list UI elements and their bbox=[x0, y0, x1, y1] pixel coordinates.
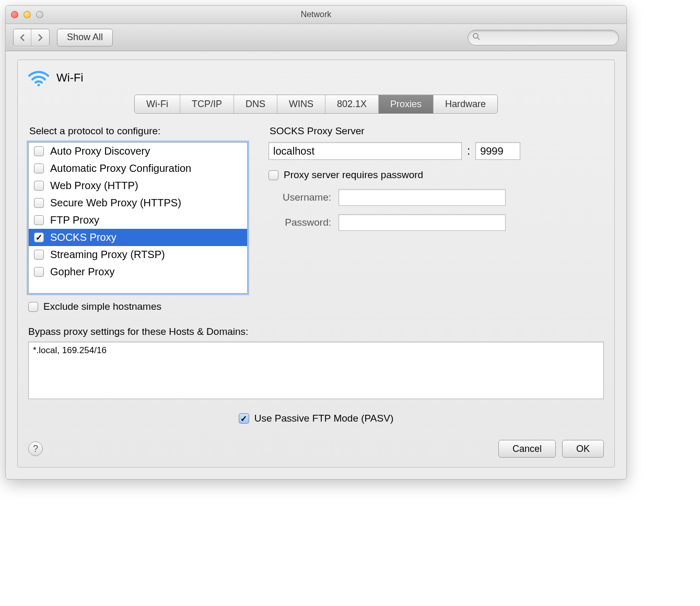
protocol-label: SOCKS Proxy bbox=[50, 231, 116, 243]
toolbar: Show All bbox=[6, 24, 626, 51]
protocol-checkbox[interactable] bbox=[34, 181, 44, 191]
footer: ? Cancel OK bbox=[28, 440, 604, 458]
protocol-row[interactable]: Secure Web Proxy (HTTPS) bbox=[29, 194, 247, 212]
sheet: Wi-Fi Wi-FiTCP/IPDNSWINS802.1XProxiesHar… bbox=[17, 60, 615, 468]
pasv-checkbox[interactable] bbox=[239, 413, 249, 424]
protocol-checkbox[interactable] bbox=[34, 146, 44, 156]
protocol-row[interactable]: SOCKS Proxy bbox=[29, 229, 247, 246]
protocol-column: Select a protocol to configure: Auto Pro… bbox=[28, 123, 248, 312]
username-input[interactable] bbox=[339, 189, 506, 206]
protocol-checkbox[interactable] bbox=[34, 198, 44, 208]
columns: Select a protocol to configure: Auto Pro… bbox=[28, 123, 604, 312]
pasv-label: Use Passive FTP Mode (PASV) bbox=[254, 413, 393, 424]
host-port-row: : bbox=[269, 142, 604, 160]
protocol-checkbox[interactable] bbox=[34, 267, 44, 277]
server-column: SOCKS Proxy Server : Proxy server requir… bbox=[269, 123, 604, 312]
search-input[interactable] bbox=[468, 30, 619, 45]
exclude-label: Exclude simple hostnames bbox=[43, 301, 161, 312]
titlebar[interactable]: Network bbox=[6, 6, 626, 24]
password-label: Password: bbox=[269, 217, 331, 228]
requires-password-row[interactable]: Proxy server requires password bbox=[269, 169, 604, 181]
pasv-row[interactable]: Use Passive FTP Mode (PASV) bbox=[28, 413, 604, 424]
exclude-row[interactable]: Exclude simple hostnames bbox=[28, 301, 248, 312]
username-row: Username: bbox=[269, 189, 604, 206]
preferences-window: Network Show All Wi-Fi bbox=[5, 5, 627, 480]
protocol-label: Automatic Proxy Configuration bbox=[50, 162, 191, 174]
nav-back-forward bbox=[13, 29, 50, 46]
protocol-row[interactable]: Auto Proxy Discovery bbox=[29, 143, 247, 160]
svg-line-1 bbox=[477, 38, 480, 40]
wifi-icon bbox=[28, 69, 49, 86]
proxy-port-input[interactable] bbox=[475, 142, 520, 160]
tab-dns[interactable]: DNS bbox=[234, 95, 277, 113]
show-all-button[interactable]: Show All bbox=[57, 29, 113, 46]
connection-name: Wi-Fi bbox=[56, 71, 83, 85]
tab-tcp-ip[interactable]: TCP/IP bbox=[180, 95, 234, 113]
protocol-row[interactable]: Automatic Proxy Configuration bbox=[29, 160, 247, 177]
svg-point-0 bbox=[473, 33, 478, 38]
chevron-right-icon bbox=[37, 34, 43, 41]
tabs: Wi-FiTCP/IPDNSWINS802.1XProxiesHardware bbox=[134, 95, 498, 114]
server-title: SOCKS Proxy Server bbox=[270, 125, 604, 137]
tab-proxies[interactable]: Proxies bbox=[379, 95, 434, 113]
protocol-row[interactable]: Streaming Proxy (RTSP) bbox=[29, 246, 247, 263]
protocol-label: FTP Proxy bbox=[50, 214, 99, 226]
bypass-textarea[interactable] bbox=[28, 342, 604, 399]
tab-802-1x[interactable]: 802.1X bbox=[325, 95, 379, 113]
protocol-label: Gopher Proxy bbox=[50, 266, 114, 278]
window-title: Network bbox=[6, 10, 626, 19]
bypass-label: Bypass proxy settings for these Hosts & … bbox=[28, 326, 604, 337]
requires-password-label: Proxy server requires password bbox=[284, 169, 423, 181]
password-row: Password: bbox=[269, 214, 604, 231]
tab-hardware[interactable]: Hardware bbox=[434, 95, 497, 113]
colon-separator: : bbox=[467, 144, 470, 158]
chevron-left-icon bbox=[19, 34, 26, 41]
protocol-row[interactable]: FTP Proxy bbox=[29, 212, 247, 229]
help-button[interactable]: ? bbox=[28, 441, 43, 456]
protocol-label: Auto Proxy Discovery bbox=[50, 145, 150, 157]
protocol-title: Select a protocol to configure: bbox=[29, 125, 248, 137]
tab-wi-fi[interactable]: Wi-Fi bbox=[135, 95, 180, 113]
back-button[interactable] bbox=[14, 29, 31, 46]
protocol-row[interactable]: Gopher Proxy bbox=[29, 263, 247, 281]
ok-button[interactable]: OK bbox=[562, 440, 604, 458]
tab-wins[interactable]: WINS bbox=[277, 95, 325, 113]
search-wrap bbox=[468, 30, 619, 45]
exclude-checkbox[interactable] bbox=[28, 302, 38, 312]
protocol-label: Secure Web Proxy (HTTPS) bbox=[50, 197, 181, 209]
search-icon bbox=[472, 32, 481, 43]
username-label: Username: bbox=[269, 192, 331, 203]
protocol-label: Web Proxy (HTTP) bbox=[50, 180, 138, 192]
protocol-row[interactable]: Web Proxy (HTTP) bbox=[29, 177, 247, 194]
protocol-list[interactable]: Auto Proxy DiscoveryAutomatic Proxy Conf… bbox=[28, 142, 248, 294]
protocol-checkbox[interactable] bbox=[34, 215, 44, 225]
protocol-checkbox[interactable] bbox=[34, 232, 44, 242]
connection-header: Wi-Fi bbox=[28, 69, 604, 86]
proxy-host-input[interactable] bbox=[269, 142, 462, 160]
password-input[interactable] bbox=[339, 214, 506, 231]
protocol-checkbox[interactable] bbox=[34, 250, 44, 260]
cancel-button[interactable]: Cancel bbox=[498, 440, 556, 458]
svg-point-2 bbox=[38, 84, 40, 86]
requires-password-checkbox[interactable] bbox=[269, 170, 278, 180]
protocol-checkbox[interactable] bbox=[34, 164, 44, 173]
forward-button[interactable] bbox=[31, 29, 49, 46]
protocol-label: Streaming Proxy (RTSP) bbox=[50, 249, 165, 261]
